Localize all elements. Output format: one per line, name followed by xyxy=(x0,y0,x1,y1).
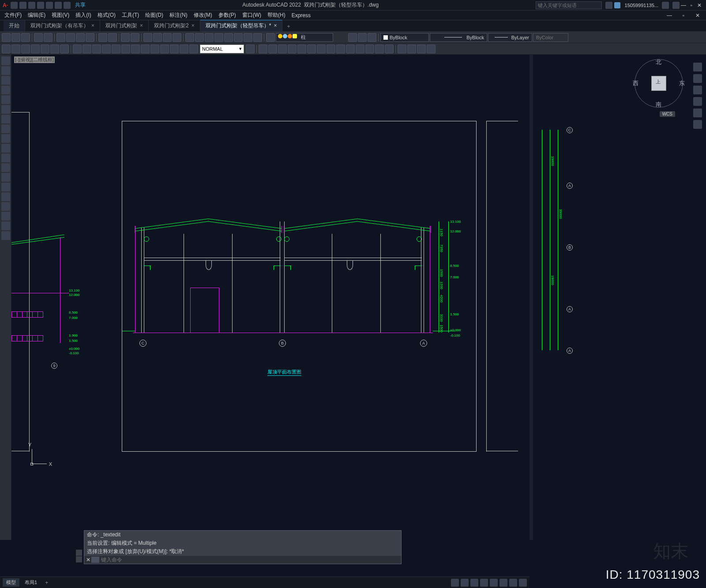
array-icon[interactable] xyxy=(356,45,364,53)
window-minimize-icon[interactable]: — xyxy=(680,2,687,8)
menu-edit[interactable]: 编辑(E) xyxy=(28,11,45,19)
block2-icon[interactable] xyxy=(108,33,117,42)
mod2-icon[interactable] xyxy=(407,45,416,53)
nav-orbit-icon[interactable] xyxy=(693,109,702,117)
snap-mode-icon[interactable] xyxy=(461,579,469,587)
layer-mgr-icon[interactable] xyxy=(266,33,275,42)
window-restore-icon[interactable]: ▫ xyxy=(687,2,695,8)
layer-dropdown[interactable]: 柱 xyxy=(276,33,333,42)
redo-icon[interactable] xyxy=(131,33,139,42)
qat-redo-icon[interactable] xyxy=(64,2,71,9)
mod1-icon[interactable] xyxy=(398,45,406,53)
scale-icon[interactable] xyxy=(297,45,306,53)
misc-icon[interactable] xyxy=(234,33,243,42)
viewport-label[interactable]: [-][俯视][二维线框] xyxy=(14,56,55,63)
zoom-icon[interactable] xyxy=(153,33,162,42)
close-icon[interactable]: × xyxy=(274,22,277,29)
close-icon[interactable]: × xyxy=(140,22,143,29)
doc-restore-icon[interactable]: ▫ xyxy=(680,12,687,19)
file-tab-2[interactable]: 双跨门式刚架× xyxy=(100,20,149,31)
ucs-icon[interactable]: X Y xyxy=(29,446,49,466)
zoomext-icon[interactable] xyxy=(163,33,172,42)
nav-zoom-icon[interactable] xyxy=(693,97,702,106)
designctr-icon[interactable] xyxy=(195,33,204,42)
pal-hatch-icon[interactable] xyxy=(1,183,10,191)
menu-express[interactable]: Express xyxy=(292,12,311,19)
qcalc-icon[interactable] xyxy=(214,33,223,42)
menu-help[interactable]: 帮助(H) xyxy=(267,11,285,19)
layer-tool3-icon[interactable] xyxy=(368,33,376,42)
menu-insert[interactable]: 插入(I) xyxy=(75,11,91,19)
pal-addsel-icon[interactable] xyxy=(1,231,10,240)
nav-home-icon[interactable] xyxy=(693,63,702,71)
extend-icon[interactable] xyxy=(327,45,335,53)
misc3-icon[interactable] xyxy=(253,33,262,42)
qat-save-icon[interactable] xyxy=(28,2,35,9)
pal-region-icon[interactable] xyxy=(1,202,10,211)
circle-icon[interactable] xyxy=(21,45,30,53)
nav-pan-icon[interactable] xyxy=(693,86,702,94)
nav-wheel-icon[interactable] xyxy=(693,74,702,83)
layout-tab[interactable]: 布局1 xyxy=(21,578,41,587)
otrack-icon[interactable] xyxy=(499,579,507,587)
rotate-icon[interactable] xyxy=(278,45,287,53)
plotstyle-dropdown[interactable]: ByColor xyxy=(533,33,568,42)
lineweight-dropdown[interactable]: ByBlock xyxy=(430,33,487,42)
wcs-label[interactable]: WCS xyxy=(660,111,675,117)
paste-icon[interactable] xyxy=(76,33,85,42)
viewcube[interactable]: 北 南 东 西 上 xyxy=(635,59,683,108)
drawing-canvas[interactable]: [-][俯视][二维线框] xyxy=(11,55,518,540)
file-tab-3[interactable]: 双跨门式刚架2× xyxy=(149,20,200,31)
qat-plot-icon[interactable] xyxy=(46,2,53,9)
menu-window[interactable]: 窗口(W) xyxy=(242,11,261,19)
save-icon[interactable] xyxy=(21,33,30,42)
linetype-dropdown[interactable]: ByLayer xyxy=(488,33,532,42)
help-icon[interactable] xyxy=(672,2,680,9)
menu-dimension[interactable]: 标注(N) xyxy=(169,11,188,19)
command-window[interactable]: 命令: _textedit 当前设置: 编辑模式 = Multiple 选择注释… xyxy=(84,530,402,564)
new-icon[interactable] xyxy=(2,33,11,42)
pal-xline-icon[interactable] xyxy=(1,66,10,75)
pal-table-icon[interactable] xyxy=(1,212,10,221)
polar-icon[interactable] xyxy=(480,579,488,587)
dim-linear-icon[interactable] xyxy=(73,45,82,53)
trim-icon[interactable] xyxy=(317,45,326,53)
close-icon[interactable]: × xyxy=(91,22,94,29)
layout-add-icon[interactable]: + xyxy=(42,580,51,586)
dim-tedit-icon[interactable] xyxy=(180,45,188,53)
dim-radius-icon[interactable] xyxy=(102,45,111,53)
history-down-icon[interactable] xyxy=(76,556,82,562)
lwt-icon[interactable] xyxy=(509,579,517,587)
osnap-icon[interactable] xyxy=(490,579,498,587)
search-icon[interactable] xyxy=(605,2,612,9)
file-tab-1[interactable]: 双跨门式刚架（有吊车）× xyxy=(25,20,100,31)
menu-format[interactable]: 格式(O) xyxy=(98,11,116,19)
model-space-tab[interactable]: 模型 xyxy=(3,578,19,587)
share-label[interactable]: 共享 xyxy=(75,1,86,9)
layer-tool-icon[interactable] xyxy=(348,33,357,42)
pal-ellipsearc-icon[interactable] xyxy=(1,144,10,153)
chamfer-icon[interactable] xyxy=(346,45,355,53)
erase-icon[interactable] xyxy=(375,45,384,53)
mirror-icon[interactable] xyxy=(288,45,297,53)
pan-icon[interactable] xyxy=(143,33,152,42)
pal-spline-icon[interactable] xyxy=(1,124,10,133)
fillet-icon[interactable] xyxy=(336,45,345,53)
dim-aligned-icon[interactable] xyxy=(83,45,91,53)
pal-text-icon[interactable] xyxy=(1,221,10,230)
copy2-icon[interactable] xyxy=(268,45,277,53)
pal-point-icon[interactable] xyxy=(1,173,10,182)
print-icon[interactable] xyxy=(34,33,43,42)
pal-block-icon[interactable] xyxy=(1,163,10,172)
pal-circle-icon[interactable] xyxy=(1,115,10,124)
mod4-icon[interactable] xyxy=(427,45,436,53)
pal-polygon-icon[interactable] xyxy=(1,86,10,94)
dimstyle-mgr-icon[interactable] xyxy=(246,45,255,53)
autodesk-app-icon[interactable] xyxy=(662,2,669,9)
zoomwin-icon[interactable] xyxy=(173,33,181,42)
user-label[interactable]: 15059991135... xyxy=(625,3,658,8)
explode-icon[interactable] xyxy=(385,45,394,53)
qat-saveas-icon[interactable] xyxy=(37,2,44,9)
dim-baseline-icon[interactable] xyxy=(131,45,140,53)
help2-icon[interactable] xyxy=(224,33,233,42)
